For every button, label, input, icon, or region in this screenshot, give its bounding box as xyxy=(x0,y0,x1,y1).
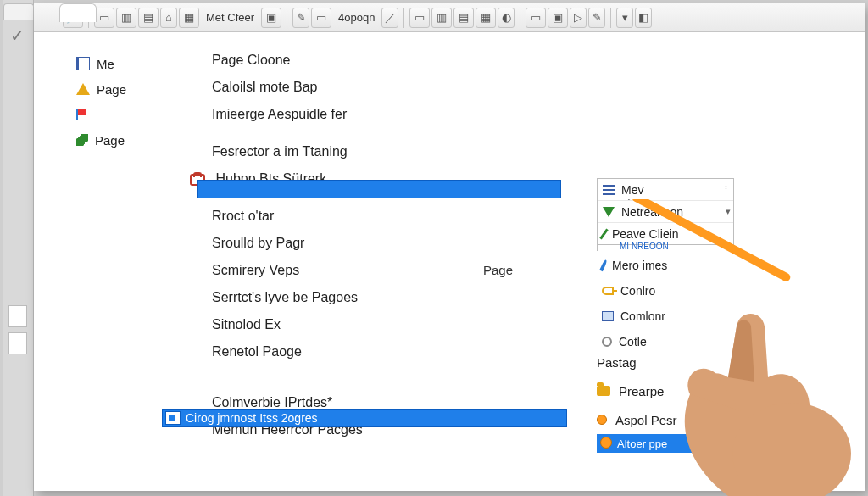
left-rail: ✓ xyxy=(3,0,34,496)
menu-item-label: Comlonr xyxy=(620,309,665,323)
menu-item[interactable]: Renetol Paoge xyxy=(212,341,585,363)
list-icon xyxy=(603,185,615,195)
separator xyxy=(610,8,611,28)
tool-btn-6[interactable]: ▣ xyxy=(261,8,281,28)
menu-item[interactable]: Prearpe xyxy=(597,376,766,405)
pen-icon xyxy=(599,228,608,239)
dropdown-item[interactable]: Mev ⋮ xyxy=(598,179,733,201)
tool-btn-19[interactable]: ▾ xyxy=(616,8,633,28)
tool-btn-13[interactable]: ▦ xyxy=(476,8,496,28)
sidebar: Me Page Page xyxy=(76,51,178,153)
menu-item[interactable]: Sitnolod Ex xyxy=(212,314,585,336)
menu-item[interactable]: Imieerge Aespuidle fer xyxy=(212,103,585,125)
check-icon: ✓ xyxy=(10,25,25,46)
selection-bar-1[interactable] xyxy=(197,180,561,198)
tool-btn-18[interactable]: ✎ xyxy=(588,8,605,28)
page-column-label: Page xyxy=(483,263,513,277)
toolbar-label-2: 4opoqn xyxy=(333,11,380,24)
sidebar-item-label: Me xyxy=(97,57,114,71)
menu-item-label: Scmirery Veps xyxy=(212,263,299,277)
sidebar-item-page-2[interactable]: Page xyxy=(76,127,178,153)
tool-btn-8[interactable]: ▭ xyxy=(311,8,331,28)
menu-item-label: Aspol Pesr xyxy=(615,413,677,427)
box-icon xyxy=(602,311,614,321)
tool-btn-16[interactable]: ▣ xyxy=(548,8,568,28)
menu-item[interactable]: Page Cloone xyxy=(212,49,585,71)
selected-label: Altoer ppe xyxy=(617,437,667,450)
app-frame: 📌 ▭ ▥ ▤ ⌂ ▦ Met Cfeer ▣ ✎ ▭ 4opoqn ／ ▭ ▥… xyxy=(34,3,865,491)
document-tab[interactable] xyxy=(59,3,97,22)
dropdown-label: Netreariaon xyxy=(621,205,683,219)
selected-item[interactable]: Altoer ppe xyxy=(597,434,698,453)
selection-label: Cirog jmrnost Itss 2ogres xyxy=(162,411,318,425)
chevron-down-icon: ⋮ xyxy=(721,184,731,195)
main-list: Page Cloone Caloilsl mote Bap Imieerge A… xyxy=(212,49,585,441)
sidebar-item-flag[interactable] xyxy=(76,102,178,127)
rail-tab[interactable] xyxy=(3,3,34,20)
tool-btn-12[interactable]: ▤ xyxy=(453,8,474,28)
feather-icon xyxy=(599,259,608,271)
page-icon xyxy=(165,411,181,425)
tool-btn-11[interactable]: ▥ xyxy=(431,8,452,28)
sidebar-item-label: Page xyxy=(97,82,126,97)
dropdown-label: Mev xyxy=(621,183,643,197)
tool-btn-14[interactable]: ◐ xyxy=(498,8,515,28)
radio-icon xyxy=(602,337,612,347)
sidebar-item-page-1[interactable]: Page xyxy=(76,76,178,102)
page-thumb-1[interactable] xyxy=(8,305,27,327)
menu-item-label: Prearpe xyxy=(619,384,664,398)
selection-bar-2[interactable]: Cirog jmrnost Itss 2ogres xyxy=(162,409,567,427)
tool-btn-15[interactable]: ▭ xyxy=(526,8,546,28)
tool-btn-5[interactable]: ▦ xyxy=(179,8,199,28)
separator xyxy=(520,8,520,28)
menu-item[interactable]: Sroulld by Pagr xyxy=(212,232,585,254)
menu-item[interactable]: Scmirery Veps Page xyxy=(212,259,585,281)
page-thumb-2[interactable] xyxy=(8,332,27,354)
tool-btn-10[interactable]: ▭ xyxy=(409,8,430,28)
menu-item[interactable]: Aspol Pesr xyxy=(597,405,766,434)
menu-item[interactable]: Rroct o'tar xyxy=(212,205,585,227)
leaf-icon xyxy=(76,134,88,146)
menu-item[interactable]: Caloilsl mote Bap xyxy=(212,76,585,98)
funnel-icon xyxy=(603,207,615,217)
menu-item[interactable]: Fesrector a im Ttaning xyxy=(212,141,585,163)
menu-item[interactable]: Pastag xyxy=(597,348,766,376)
tool-btn-9[interactable]: ／ xyxy=(381,8,398,28)
tool-btn-1[interactable]: ▭ xyxy=(94,8,114,28)
tool-btn-4[interactable]: ⌂ xyxy=(160,8,177,28)
tool-btn-20[interactable]: ◧ xyxy=(635,8,652,28)
tool-btn-2[interactable]: ▥ xyxy=(116,8,136,28)
chevron-down-icon: ▾ xyxy=(726,206,731,217)
toolbar: 📌 ▭ ▥ ▤ ⌂ ▦ Met Cfeer ▣ ✎ ▭ 4opoqn ／ ▭ ▥… xyxy=(34,3,865,32)
key-icon xyxy=(602,287,614,295)
tool-btn-3[interactable]: ▤ xyxy=(138,8,159,28)
dropdown-subtext: MI NREOON xyxy=(598,242,733,251)
dropdown-panel: Mev ⋮ Netreariaon ▾ Peave Cliein MI NREO… xyxy=(597,178,734,354)
separator xyxy=(403,8,404,28)
right-column-2: Pastag Prearpe Aspol Pesr Altoer ppe xyxy=(597,348,766,453)
document-icon xyxy=(76,57,90,70)
pin-icon xyxy=(597,415,607,425)
menu-item[interactable]: Mero imes xyxy=(597,253,734,278)
tool-btn-17[interactable]: ▷ xyxy=(570,8,587,28)
pin-icon xyxy=(600,437,612,449)
menu-item[interactable]: Serrtct's lyve be Pagoes xyxy=(212,287,585,309)
dropdown-label: Peave Cliein xyxy=(612,227,679,241)
sidebar-item-me[interactable]: Me xyxy=(76,51,178,76)
sidebar-item-label: Page xyxy=(95,133,125,148)
menu-item-label: Pastag xyxy=(597,355,637,370)
warning-icon xyxy=(76,83,90,95)
folder-icon xyxy=(597,386,610,396)
menu-item[interactable]: Comlonr xyxy=(597,304,734,329)
separator xyxy=(287,8,287,28)
menu-item-label: Mero imes xyxy=(612,259,667,272)
flag-icon xyxy=(76,109,86,120)
menu-item[interactable]: Conlro xyxy=(597,278,734,304)
toolbar-label-1: Met Cfeer xyxy=(201,11,259,24)
menu-item-label: Cotle xyxy=(619,335,647,348)
menu-item-label: Conlro xyxy=(620,284,655,298)
tool-btn-7[interactable]: ✎ xyxy=(292,8,309,28)
dropdown-item[interactable]: Netreariaon ▾ xyxy=(598,201,733,223)
